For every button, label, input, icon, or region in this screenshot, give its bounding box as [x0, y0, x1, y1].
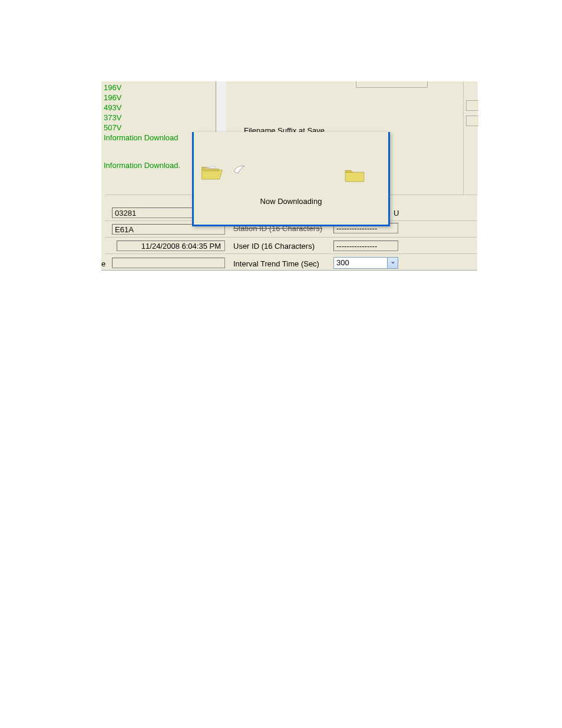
status-line: Information Download.	[104, 160, 180, 170]
status-line: Information Download	[104, 133, 180, 143]
status-line: 507V	[104, 123, 180, 133]
separator	[105, 237, 477, 238]
side-button-1[interactable]	[466, 100, 478, 111]
separator	[105, 253, 477, 254]
download-dialog-body: Now Downloading	[194, 149, 388, 225]
chevron-down-icon[interactable]	[387, 258, 398, 268]
side-button-2[interactable]	[466, 116, 478, 126]
status-log: 196V 196V 493V 373V 507V Information Dow…	[104, 83, 180, 170]
status-line: 196V	[104, 93, 180, 103]
right-edge-panel	[463, 81, 478, 195]
status-line: 373V	[104, 113, 180, 123]
left-edge-label: e	[101, 259, 105, 268]
status-line: 196V	[104, 83, 180, 93]
paper-flying-icon	[233, 164, 246, 176]
user-id-field[interactable]	[333, 241, 398, 251]
user-id-label: User ID (16 Characters)	[233, 242, 315, 251]
interval-combo[interactable]: 300	[333, 257, 398, 269]
suffix-u: U	[394, 209, 399, 218]
empty-field[interactable]	[112, 258, 225, 268]
folder-closed-icon	[343, 166, 366, 186]
folder-open-icon	[201, 164, 223, 183]
download-status-text: Now Downloading	[194, 197, 388, 206]
interval-combo-value: 300	[336, 258, 349, 267]
status-line: 493V	[104, 103, 180, 113]
calibration-button[interactable]	[356, 81, 428, 88]
interval-label: Interval Trend Time (Sec)	[233, 259, 319, 268]
datetime-field[interactable]	[117, 241, 225, 251]
